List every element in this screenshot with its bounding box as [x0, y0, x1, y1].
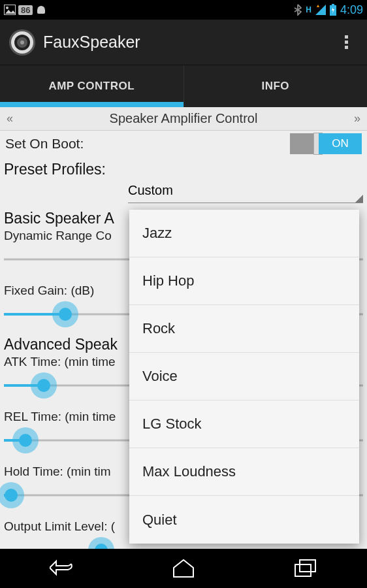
dropdown-option-maxloudness[interactable]: Max Loudness: [129, 448, 359, 496]
svg-rect-2: [37, 8, 45, 14]
prev-page-button[interactable]: «: [7, 112, 13, 125]
next-page-button[interactable]: »: [354, 112, 360, 125]
preset-dropdown-popup: Jazz Hip Hop Rock Voice LG Stock Max Lou…: [129, 210, 359, 544]
tab-info[interactable]: INFO: [184, 65, 368, 107]
tab-amp-control[interactable]: AMP CONTROL: [0, 65, 184, 107]
svg-rect-6: [332, 4, 334, 5]
svg-point-11: [20, 41, 24, 44]
overflow-menu-button[interactable]: [333, 35, 359, 49]
section-header: « Speaker Amplifier Control »: [0, 107, 367, 131]
nav-recent-button[interactable]: [245, 549, 367, 588]
set-on-boot-label: Set On Boot:: [5, 136, 84, 152]
status-bar: 86 H 4:09: [0, 0, 367, 20]
tab-bar: AMP CONTROL INFO: [0, 65, 367, 107]
svg-point-1: [6, 7, 8, 9]
set-on-boot-toggle[interactable]: ON: [290, 133, 362, 154]
app-icon: [8, 28, 37, 57]
tab-label: INFO: [261, 80, 289, 93]
clock: 4:09: [340, 3, 363, 17]
dropdown-option-lgstock[interactable]: LG Stock: [129, 400, 359, 448]
tab-label: AMP CONTROL: [48, 80, 135, 93]
preset-spinner[interactable]: Custom: [128, 178, 363, 203]
battery-icon: [330, 4, 336, 16]
dropdown-option-jazz[interactable]: Jazz: [129, 210, 359, 257]
action-bar: FauxSpeaker: [0, 20, 367, 65]
section-title: Speaker Amplifier Control: [13, 111, 354, 126]
dropdown-option-quiet[interactable]: Quiet: [129, 496, 359, 544]
nav-bar: [0, 549, 367, 588]
nav-home-button[interactable]: [122, 549, 244, 588]
network-type: H: [306, 5, 311, 14]
dropdown-option-rock[interactable]: Rock: [129, 305, 359, 353]
android-icon: [35, 5, 47, 15]
svg-rect-12: [295, 564, 311, 576]
spinner-value: Custom: [128, 183, 173, 198]
app-title: FauxSpeaker: [43, 33, 140, 52]
bluetooth-icon: [294, 4, 302, 16]
preset-profiles-label: Preset Profiles:: [4, 161, 363, 178]
nav-back-button[interactable]: [0, 549, 122, 588]
dropdown-option-hiphop[interactable]: Hip Hop: [129, 257, 359, 305]
toggle-state: ON: [319, 133, 362, 154]
svg-rect-13: [300, 560, 315, 572]
battery-percent: 86: [18, 5, 33, 15]
signal-icon: [315, 5, 326, 15]
picture-icon: [4, 5, 16, 15]
dropdown-option-voice[interactable]: Voice: [129, 353, 359, 400]
